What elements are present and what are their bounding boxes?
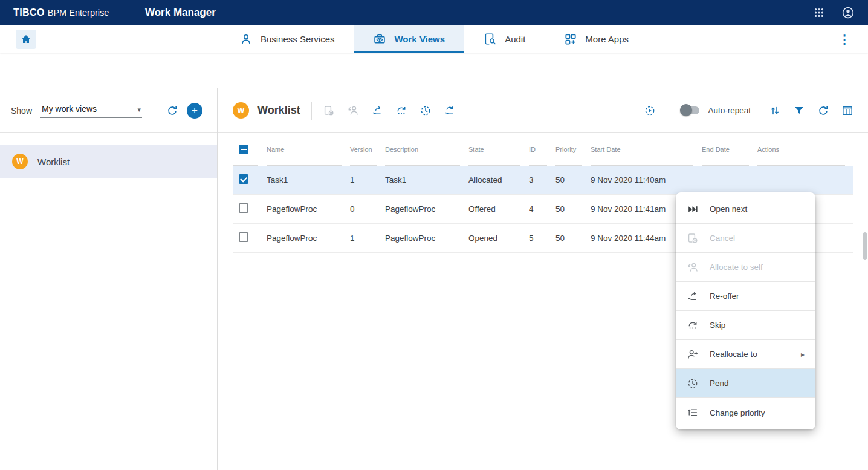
tab-label: More Apps [585,34,629,44]
column-header-start-date[interactable]: Start Date [591,133,693,166]
column-header-id[interactable]: ID [529,133,547,166]
cell-state: Opened [468,233,529,243]
menu-item-re-offer[interactable]: Re-offer [676,282,815,311]
column-header-end-date[interactable]: End Date [702,133,749,166]
auto-repeat-control: Auto-repeat [680,106,751,115]
menu-item-label: Change priority [710,408,765,417]
user-avatar-icon[interactable] [841,6,855,19]
menu-item-change-priority[interactable]: Change priority [676,398,815,427]
allocate-to-self-icon [687,261,699,273]
cell-version: 1 [350,175,385,184]
tab-work-views[interactable]: Work Views [354,25,464,53]
menu-item-skip[interactable]: Skip [676,311,815,340]
column-header-state[interactable]: State [468,133,520,166]
pend-icon [687,377,699,390]
column-header-version[interactable]: Version [350,133,377,166]
menu-item-label: Cancel [710,233,735,243]
vertical-scrollbar[interactable] [863,232,867,260]
re-submit-icon[interactable] [444,105,456,117]
sort-icon[interactable] [769,105,781,117]
row-checkbox-cell [233,203,267,215]
auto-repeat-toggle[interactable] [680,106,699,114]
app-title: Work Manager [145,7,216,19]
re-offer-icon[interactable] [371,105,383,117]
tab-label: Audit [505,34,525,44]
worklist-header: W Worklist Auto-repeat [218,88,868,133]
menu-item-reallocate-to[interactable]: Reallocate to ▸ [676,340,815,369]
row-checkbox-cell [233,232,267,244]
column-header-name[interactable]: Name [267,133,342,166]
view-select-value: My work views [42,104,97,114]
topbar-actions [814,6,855,19]
cell-priority: 50 [555,204,591,214]
more-apps-icon [564,33,577,46]
worklist-toolbar [323,105,456,117]
caret-down-icon: ▾ [138,106,141,114]
refresh-views-icon[interactable] [166,105,178,117]
menu-item-open-next[interactable]: Open next [676,195,815,224]
row-checkbox[interactable] [239,174,248,184]
cell-state: Offered [468,204,529,214]
overflow-menu-icon[interactable]: ⋮ [835,30,853,48]
tab-more-apps[interactable]: More Apps [545,25,648,53]
reallocate-to-icon [687,348,699,361]
column-header-priority[interactable]: Priority [555,133,582,166]
table-row[interactable]: Task1 1 Task1 Allocated 3 50 9 Nov 2020 … [233,166,853,195]
cell-id: 3 [529,175,555,184]
table-header: Name Version Description State ID Priori… [233,133,853,166]
cell-name: PageflowProc [267,233,350,243]
logo-product-text: BPM Enterprise [48,8,109,18]
cell-description: PageflowProc [385,204,468,214]
allocate-to-self-icon [347,105,359,117]
worklist-badge: W [233,102,249,119]
cell-description: Task1 [385,175,468,184]
open-next-icon [687,203,699,215]
add-view-button[interactable]: + [187,103,202,119]
skip-icon[interactable] [395,105,407,117]
menu-item-label: Allocate to self [710,263,763,272]
work-views-icon [373,33,386,46]
view-select-dropdown[interactable]: My work views ▾ [40,103,142,118]
cell-name: PageflowProc [267,204,350,214]
row-checkbox[interactable] [239,203,248,213]
menu-item-label: Open next [710,204,747,214]
column-chooser-icon[interactable] [841,105,853,117]
cell-version: 0 [350,204,385,214]
cell-name: Task1 [267,175,350,184]
worklist-badge: W [12,154,28,169]
submenu-arrow-icon: ▸ [801,350,805,359]
row-actions-context-menu: Open next Cancel Allocate to self Re-off… [676,192,815,429]
select-all-cell [233,133,258,166]
select-all-checkbox[interactable] [239,145,248,154]
menu-item-allocate-to-self: Allocate to self [676,253,815,282]
tab-business-services[interactable]: Business Services [220,25,354,53]
row-checkbox[interactable] [239,232,248,242]
tab-label: Business Services [261,34,335,44]
app-grid-icon[interactable] [814,7,824,18]
column-header-description[interactable]: Description [385,133,460,166]
cancel-icon [323,105,335,117]
resume-icon[interactable] [644,105,656,117]
row-checkbox-cell [233,174,267,186]
home-button[interactable] [16,30,36,49]
cell-start-date: 9 Nov 2020 11:40am [591,175,702,184]
view-list: W Worklist [0,133,217,178]
nav-tabs: Business Services Work Views Audit More … [220,25,648,53]
cell-id: 5 [529,233,555,243]
view-list-item-worklist[interactable]: W Worklist [0,145,217,178]
logo-brand-text: TIBCO [13,7,45,18]
menu-item-pend[interactable]: Pend [676,369,815,398]
main-nav: Business Services Work Views Audit More … [0,25,868,53]
filter-icon[interactable] [793,105,805,117]
show-label: Show [11,106,32,116]
menu-item-label: Re-offer [710,292,739,301]
tab-audit[interactable]: Audit [464,25,545,53]
tibco-logo: TIBCO BPM Enterprise [13,7,145,18]
divider [311,102,312,120]
pend-icon[interactable] [419,105,432,117]
cell-priority: 50 [555,233,591,243]
cell-id: 4 [529,204,555,214]
menu-item-label: Skip [710,321,725,330]
skip-icon [687,319,699,331]
refresh-icon[interactable] [817,105,829,117]
